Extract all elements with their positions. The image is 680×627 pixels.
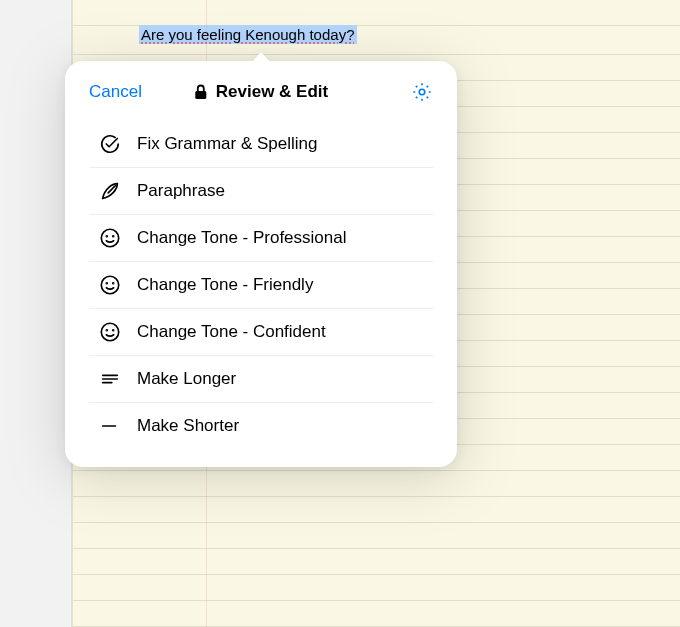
svg-point-9 xyxy=(101,323,118,340)
menu-item-label: Change Tone - Friendly xyxy=(137,275,313,295)
menu-item-paraphrase[interactable]: Paraphrase xyxy=(89,167,433,214)
menu-item-tone-confident[interactable]: Change Tone - Confident xyxy=(89,308,433,355)
svg-point-1 xyxy=(419,89,425,95)
selected-text[interactable]: Are you feeling Kenough today? xyxy=(139,25,357,44)
feather-icon xyxy=(99,180,121,202)
menu-item-tone-friendly[interactable]: Change Tone - Friendly xyxy=(89,261,433,308)
svg-point-7 xyxy=(106,283,107,284)
review-edit-popover: Cancel Review & Edit xyxy=(65,52,457,467)
line-icon xyxy=(99,415,121,437)
svg-point-8 xyxy=(113,283,114,284)
check-circle-icon xyxy=(99,133,121,155)
menu-item-make-longer[interactable]: Make Longer xyxy=(89,355,433,402)
svg-point-11 xyxy=(113,330,114,331)
lock-icon xyxy=(194,84,208,100)
gear-icon[interactable] xyxy=(411,81,433,103)
menu-item-label: Make Longer xyxy=(137,369,236,389)
document-area[interactable]: Are you feeling Kenough today? Cancel Re… xyxy=(72,0,680,627)
menu-item-label: Fix Grammar & Spelling xyxy=(137,134,317,154)
popover-header: Cancel Review & Edit xyxy=(81,75,441,117)
sidebar xyxy=(0,0,72,627)
smile-icon xyxy=(99,274,121,296)
svg-point-4 xyxy=(106,236,107,237)
popover-body: Cancel Review & Edit xyxy=(65,61,457,467)
menu-item-label: Make Shorter xyxy=(137,416,239,436)
popover-arrow xyxy=(252,52,270,62)
menu-item-tone-professional[interactable]: Change Tone - Professional xyxy=(89,214,433,261)
menu-item-label: Change Tone - Professional xyxy=(137,228,347,248)
smile-icon xyxy=(99,227,121,249)
lines-icon xyxy=(99,368,121,390)
svg-point-5 xyxy=(113,236,114,237)
popover-title: Review & Edit xyxy=(216,82,328,102)
popover-title-wrap: Review & Edit xyxy=(194,82,328,102)
smile-icon xyxy=(99,321,121,343)
svg-point-6 xyxy=(101,276,118,293)
menu-item-label: Paraphrase xyxy=(137,181,225,201)
menu-item-label: Change Tone - Confident xyxy=(137,322,326,342)
svg-point-10 xyxy=(106,330,107,331)
svg-point-3 xyxy=(101,229,118,246)
document-page: Are you feeling Kenough today? xyxy=(73,0,680,44)
menu-item-make-shorter[interactable]: Make Shorter xyxy=(89,402,433,449)
selected-text-content: Are you feeling Kenough today? xyxy=(141,26,355,43)
cancel-button[interactable]: Cancel xyxy=(89,82,142,102)
menu-list: Fix Grammar & Spelling Paraphrase xyxy=(81,117,441,449)
menu-item-fix-grammar[interactable]: Fix Grammar & Spelling xyxy=(89,121,433,167)
svg-rect-0 xyxy=(195,91,206,99)
